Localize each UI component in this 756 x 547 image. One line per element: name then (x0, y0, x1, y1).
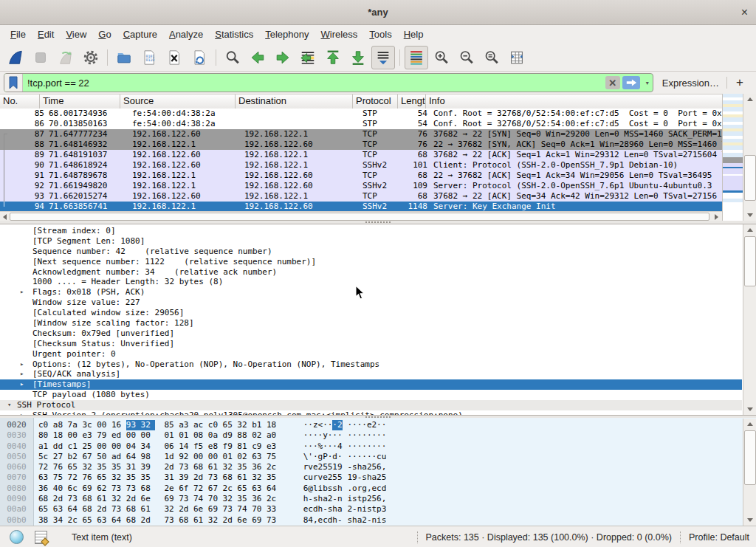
column-header-info[interactable]: Info (426, 94, 722, 109)
open-file-icon[interactable] (112, 46, 136, 69)
column-header-time[interactable]: Time (40, 94, 120, 109)
capture-options-icon[interactable] (79, 46, 103, 69)
detail-line[interactable]: ▸[Timestamps] (0, 379, 742, 390)
zoom-original-icon[interactable] (480, 46, 504, 69)
hex-row[interactable]: 00505c27b26750ad64981d92000001026375\'·g… (0, 452, 756, 462)
column-header-no[interactable]: No. (0, 94, 40, 109)
display-filter-input[interactable] (23, 78, 605, 89)
auto-scroll-icon[interactable] (371, 46, 395, 69)
packet-row-89[interactable]: 8971.648191037192.168.122.60192.168.122.… (0, 150, 722, 160)
detail-line[interactable]: [Window size scaling factor: 128] (0, 318, 742, 328)
detail-line[interactable]: ▸Flags: 0x018 (PSH, ACK) (0, 287, 742, 297)
hex-row[interactable]: 0020c0a87a3c0016933285a3acc06532b118··z<… (0, 420, 756, 430)
go-last-icon[interactable] (346, 46, 370, 69)
hex-row[interactable]: 006072766532353531392d7368613235362crve2… (0, 462, 756, 472)
hex-vscrollbar[interactable] (743, 419, 756, 526)
stop-capture-icon[interactable] (29, 46, 52, 69)
detail-line[interactable]: Urgent pointer: 0 (0, 349, 742, 359)
packet-row-88[interactable]: 8871.648146932192.168.122.1192.168.122.6… (0, 140, 722, 150)
close-icon[interactable]: × (741, 0, 748, 24)
detail-line[interactable]: ▸Options: (12 bytes), No-Operation (NOP)… (0, 359, 742, 370)
zoom-in-icon[interactable] (430, 46, 453, 69)
filter-bookmark-icon[interactable] (4, 74, 23, 92)
packet-list-vscrollbar[interactable] (743, 94, 756, 221)
menu-file[interactable]: File (4, 27, 32, 42)
scroll-thumb[interactable] (744, 155, 756, 201)
go-forward-icon[interactable] (271, 46, 295, 69)
packet-row-87[interactable]: 8771.647777234192.168.122.60192.168.122.… (0, 129, 722, 140)
hex-row[interactable]: 008036406c69627373682e6f72672c6563646@li… (0, 484, 756, 494)
hex-row[interactable]: 00b038342c656364682d736861322d6e697384,e… (0, 515, 756, 526)
menu-help[interactable]: Help (398, 27, 430, 42)
packet-row-92[interactable]: 9271.661949820192.168.122.1192.168.122.6… (0, 181, 722, 191)
detail-line[interactable]: ▸[SEQ/ACK analysis] (0, 369, 742, 379)
scroll-thumb[interactable] (744, 236, 756, 286)
scroll-right-icon[interactable] (715, 214, 718, 220)
filter-clear-icon[interactable]: ✕ (605, 76, 620, 89)
status-profile[interactable]: Profile: Default (689, 532, 756, 543)
add-filter-button[interactable]: + (727, 75, 752, 90)
minimap[interactable] (722, 94, 743, 221)
save-file-icon[interactable]: 01010110 (137, 46, 161, 69)
packet-row-85[interactable]: 8568.001734936fe:54:00:d4:38:2aSTP54Conf… (0, 109, 722, 119)
scroll-up-icon[interactable] (747, 228, 753, 232)
colorize-icon[interactable] (405, 46, 428, 69)
hex-row[interactable]: 0030801800e379ed00000101080ad98802a0····… (0, 430, 756, 441)
reload-file-icon[interactable] (188, 46, 211, 69)
packet-row-86[interactable]: 8670.013850163fe:54:00:d4:38:2aSTP54Conf… (0, 119, 722, 129)
filter-history-caret-icon[interactable]: ▾ (642, 80, 653, 86)
packet-list-hscrollbar[interactable] (0, 211, 722, 221)
scroll-down-icon[interactable] (747, 213, 753, 217)
scroll-up-icon[interactable] (747, 97, 753, 101)
scroll-thumb[interactable] (10, 213, 709, 221)
detail-line[interactable]: ▸SSH Version 2 (encryption:chacha20-poly… (0, 410, 742, 416)
scroll-up-icon[interactable] (747, 422, 753, 426)
menu-analyze[interactable]: Analyze (163, 27, 209, 42)
hex-row[interactable]: 0040a1ddc125000004340614f5e8f981c9e3···%… (0, 441, 756, 452)
scroll-down-icon[interactable] (747, 518, 753, 522)
detail-line[interactable]: [TCP Segment Len: 1080] (0, 236, 742, 247)
detail-line[interactable]: ▾SSH Protocol (0, 400, 742, 410)
filter-apply-icon[interactable] (622, 76, 640, 89)
collapse-arrow-icon[interactable]: ▾ (7, 400, 11, 410)
close-file-icon[interactable] (162, 46, 186, 69)
detail-line[interactable]: [Stream index: 0] (0, 226, 742, 236)
expand-arrow-icon[interactable]: ▸ (20, 369, 24, 379)
hex-row[interactable]: 0070637572766532353531392d7368613235curv… (0, 472, 756, 483)
zoom-out-icon[interactable] (455, 46, 478, 69)
display-filter-box[interactable]: ✕ ▾ (4, 73, 653, 92)
find-packet-icon[interactable] (221, 46, 244, 69)
menu-view[interactable]: View (60, 27, 92, 42)
detail-line[interactable]: 1000 .... = Header Length: 32 bytes (8) (0, 277, 742, 287)
expand-arrow-icon[interactable]: ▸ (20, 287, 24, 297)
menu-edit[interactable]: Edit (32, 27, 60, 42)
expression-button[interactable]: Expression… (653, 78, 726, 89)
packet-row-94[interactable]: 9471.663856741192.168.122.1192.168.122.6… (0, 202, 722, 211)
menu-tools[interactable]: Tools (363, 27, 397, 42)
details-vscrollbar[interactable] (743, 224, 756, 415)
expand-arrow-icon[interactable]: ▸ (20, 379, 24, 390)
hex-row[interactable]: 0090682d736861322d6e697374703235362ch-sh… (0, 494, 756, 504)
menu-go[interactable]: Go (92, 27, 117, 42)
column-header-source[interactable]: Source (120, 94, 236, 109)
packet-row-90[interactable]: 9071.648618924192.168.122.60192.168.122.… (0, 160, 722, 171)
detail-line[interactable]: [Next sequence number: 1122 (relative se… (0, 257, 742, 267)
start-capture-icon[interactable] (4, 46, 27, 69)
column-header-destination[interactable]: Destination (236, 94, 353, 109)
restart-capture-icon[interactable] (54, 46, 78, 69)
scroll-left-icon[interactable] (3, 214, 7, 220)
expand-arrow-icon[interactable]: ▸ (20, 359, 24, 370)
detail-line[interactable]: Acknowledgment number: 34 (relative ack … (0, 267, 742, 278)
column-header-protocol[interactable]: Protocol (353, 94, 398, 109)
scroll-down-icon[interactable] (747, 407, 753, 411)
hex-row[interactable]: 00a0656364682d736861322d6e6973747033ecdh… (0, 504, 756, 515)
detail-line[interactable]: [Checksum Status: Unverified] (0, 339, 742, 349)
packet-row-93[interactable]: 9371.662015274192.168.122.60192.168.122.… (0, 191, 722, 202)
resize-columns-icon[interactable] (505, 46, 529, 69)
detail-line[interactable]: Sequence number: 42 (relative sequence n… (0, 247, 742, 257)
go-first-icon[interactable] (321, 46, 345, 69)
menu-statistics[interactable]: Statistics (209, 27, 259, 42)
menu-telephony[interactable]: Telephony (259, 27, 315, 42)
go-back-icon[interactable] (246, 46, 269, 69)
capture-comment-icon[interactable] (35, 531, 47, 544)
